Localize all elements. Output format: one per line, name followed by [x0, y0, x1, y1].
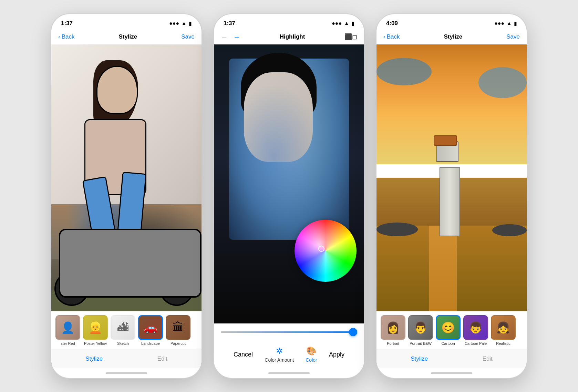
filter-label-cartoon-pale: Cartoon Pale: [465, 341, 487, 345]
filter-item-portrait[interactable]: 👩 Portrait: [381, 315, 405, 345]
color-tool[interactable]: 🎨 Color: [306, 346, 317, 363]
layout-icon-2[interactable]: ⬛◻: [344, 33, 357, 41]
slider-track-2[interactable]: [221, 331, 357, 333]
wifi-icon-3: ▲: [506, 20, 512, 27]
filter-item-poster-yellow[interactable]: 👱 Poster Yellow: [83, 315, 108, 345]
cloud-right-3: [478, 67, 527, 98]
slider-container-2: [214, 323, 364, 341]
filter-item-cartoon[interactable]: 😊 Cartoon: [436, 315, 461, 345]
phone2-tools: Cancel ✲ Color Amount 🎨 Color Apply: [214, 341, 364, 368]
image-head-1: [96, 66, 138, 114]
filter-thumb-portrait-bw: 👨: [408, 315, 433, 340]
battery-icon-2: ▮: [351, 20, 354, 27]
home-bar-1: [106, 372, 147, 374]
back-label-1: Back: [62, 33, 75, 40]
status-bar-2: 1:37 ●●● ▲ ▮: [214, 14, 364, 29]
filter-label-poster-yellow: Poster Yellow: [84, 341, 107, 345]
filter-thumb-poster-red: 👤: [55, 315, 80, 340]
save-button-3[interactable]: Save: [506, 33, 520, 40]
save-button-1[interactable]: Save: [181, 33, 195, 40]
main-image-3: [376, 44, 527, 311]
color-amount-icon: ✲: [276, 346, 283, 356]
signal-icon-2: ●●●: [332, 20, 342, 27]
filter-item-sketch[interactable]: 🏙 Sketch: [111, 315, 135, 345]
filter-thumb-portrait: 👩: [381, 315, 405, 340]
apply-label-2: Apply: [329, 351, 344, 358]
filter-label-papercut: Papercut: [171, 341, 186, 345]
color-wheel-container[interactable]: [295, 220, 357, 282]
status-time-1: 1:37: [61, 20, 73, 27]
chevron-left-icon-1: ‹: [58, 33, 60, 40]
color-wheel[interactable]: [295, 220, 357, 282]
nav-title-2: Highlight: [280, 33, 305, 40]
back-button-1[interactable]: ‹ Back: [58, 33, 74, 40]
cancel-label-2: Cancel: [234, 351, 253, 358]
image-rocks-left-3: [376, 223, 418, 236]
home-indicator-3: [376, 368, 527, 378]
home-indicator-1: [51, 368, 202, 378]
filter-label-realistic: Realistic: [496, 341, 510, 345]
filter-label-landscape: Landscape: [141, 341, 160, 345]
image-lighthouse-base-3: [440, 167, 460, 236]
undo-button-2[interactable]: ←: [221, 33, 228, 41]
chevron-left-icon-3: ‹: [383, 33, 385, 40]
nav-bar-2: ← → Highlight ⬛◻: [214, 29, 364, 44]
phone-1: 1:37 ●●● ▲ ▮ ‹ Back Stylize Save 👤: [51, 13, 202, 379]
main-image-1: [51, 44, 202, 311]
battery-icon-1: ▮: [189, 20, 192, 27]
filter-thumb-poster-yellow: 👱: [83, 315, 108, 340]
color-amount-label: Color Amount: [265, 357, 294, 363]
back-button-3[interactable]: ‹ Back: [383, 33, 400, 40]
tab-edit-1[interactable]: Edit: [157, 355, 167, 362]
color-amount-tool[interactable]: ✲ Color Amount: [265, 346, 294, 363]
filter-item-portrait-bw[interactable]: 👨 Portrait B&W: [408, 315, 433, 345]
tab-stylize-3[interactable]: Stylize: [411, 355, 428, 362]
status-bar-3: 4:09 ●●● ▲ ▮: [376, 14, 527, 29]
filter-thumb-cartoon-pale: 👦: [463, 315, 488, 340]
tab-edit-3[interactable]: Edit: [483, 355, 493, 362]
apply-button-2[interactable]: Apply: [329, 351, 344, 358]
status-bar-1: 1:37 ●●● ▲ ▮: [51, 14, 202, 29]
status-icons-3: ●●● ▲ ▮: [494, 20, 517, 27]
redo-button-2[interactable]: →: [233, 33, 240, 41]
tab-bar-3: Stylize Edit: [376, 349, 527, 368]
image-highlight-2: [214, 44, 364, 323]
signal-icon-1: ●●●: [169, 20, 179, 27]
back-label-3: Back: [387, 33, 400, 40]
nav-bar-3: ‹ Back Stylize Save: [376, 29, 527, 44]
filter-thumb-landscape: 🚗: [138, 315, 163, 340]
color-label: Color: [306, 357, 317, 363]
filter-thumb-realistic: 👧: [491, 315, 516, 340]
wifi-icon-2: ▲: [344, 20, 349, 27]
home-indicator-2: [214, 368, 364, 378]
filter-thumb-cartoon: 😊: [436, 315, 461, 340]
slider-thumb-2[interactable]: [349, 328, 357, 336]
wifi-icon-1: ▲: [181, 20, 187, 27]
image-motorcycle-1: [59, 229, 202, 298]
filter-item-landscape[interactable]: 🚗 Landscape: [138, 315, 163, 345]
nav-title-3: Stylize: [444, 33, 462, 40]
status-time-2: 1:37: [224, 20, 235, 27]
home-bar-3: [431, 372, 472, 374]
status-time-3: 4:09: [386, 20, 398, 27]
image-path-3: [429, 226, 457, 311]
filter-label-sketch: Sketch: [117, 341, 129, 345]
status-icons-2: ●●● ▲ ▮: [332, 20, 354, 27]
color-cursor[interactable]: [318, 246, 324, 252]
filter-strip-3: 👩 Portrait 👨 Portrait B&W 😊 Cartoon 👦 Ca…: [376, 311, 527, 349]
filter-item-poster-red[interactable]: 👤 ster Red: [55, 315, 80, 345]
phone-3: 4:09 ●●● ▲ ▮ ‹ Back Stylize Save: [376, 13, 527, 379]
filter-item-papercut[interactable]: 🏛 Papercut: [166, 315, 190, 345]
filter-item-cartoon-pale[interactable]: 👦 Cartoon Pale: [463, 315, 488, 345]
filter-item-realistic[interactable]: 👧 Realistic: [491, 315, 516, 345]
main-image-2: [214, 44, 364, 323]
battery-icon-3: ▮: [514, 20, 517, 27]
filter-label-portrait: Portrait: [387, 341, 399, 345]
filter-label-cartoon: Cartoon: [441, 341, 455, 345]
filter-label-portrait-bw: Portrait B&W: [410, 341, 432, 345]
nav-bar-1: ‹ Back Stylize Save: [51, 29, 202, 44]
cancel-button-2[interactable]: Cancel: [234, 351, 253, 358]
nav-arrows-2: ← →: [221, 33, 240, 41]
tab-stylize-1[interactable]: Stylize: [85, 355, 103, 362]
nav-title-1: Stylize: [118, 33, 137, 40]
